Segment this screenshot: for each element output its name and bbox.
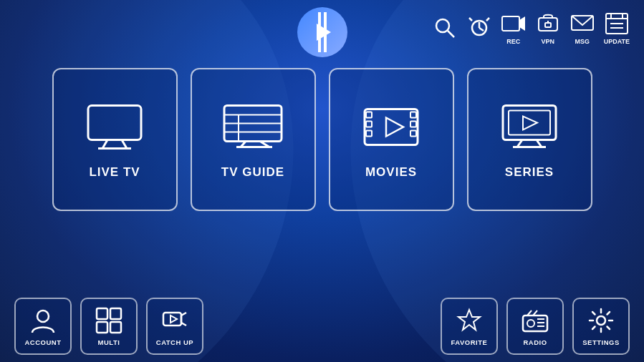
rec-label: REC — [506, 38, 520, 45]
svg-rect-9 — [539, 18, 557, 31]
live-tv-card[interactable]: LIVE TV — [52, 68, 178, 211]
bottom-left-nav: ACCOUNT MULTI CATCH UP — [14, 298, 203, 355]
bottom-right-nav: FAVORITE RADIO SETTINGS — [441, 298, 630, 355]
tv-guide-card[interactable]: TV GUIDE — [191, 68, 316, 211]
svg-rect-19 — [88, 105, 141, 140]
radio-button[interactable]: RADIO — [506, 298, 564, 355]
svg-rect-46 — [97, 308, 107, 319]
account-label: ACCOUNT — [25, 338, 62, 346]
svg-line-1 — [448, 31, 454, 37]
live-tv-label: LIVE TV — [89, 165, 140, 180]
movies-label: MOVIES — [365, 165, 417, 180]
svg-marker-41 — [523, 116, 537, 129]
main-nav-grid: LIVE TV TV GUIDE MO — [52, 68, 592, 211]
svg-line-6 — [486, 18, 489, 21]
svg-rect-33 — [366, 121, 372, 127]
svg-rect-47 — [110, 308, 121, 319]
svg-marker-8 — [519, 16, 525, 31]
svg-rect-7 — [502, 16, 519, 31]
radio-label: RADIO — [523, 338, 547, 346]
svg-rect-50 — [163, 313, 181, 326]
tv-guide-label: TV GUIDE — [221, 165, 284, 180]
settings-button[interactable]: SETTINGS — [572, 298, 630, 355]
msg-label: MSG — [575, 38, 590, 45]
svg-line-4 — [479, 28, 484, 31]
settings-label: SETTINGS — [582, 338, 620, 346]
multi-button[interactable]: MULTI — [80, 298, 138, 355]
svg-line-20 — [102, 140, 107, 148]
svg-point-57 — [527, 320, 534, 327]
svg-rect-34 — [366, 130, 372, 136]
vpn-label: VPN — [541, 38, 554, 45]
vpn-button[interactable]: VPN — [535, 11, 561, 45]
svg-point-0 — [436, 19, 449, 32]
favorite-button[interactable]: FAVORITE — [441, 298, 498, 355]
msg-button[interactable]: MSG — [569, 11, 595, 45]
series-label: SERIES — [505, 165, 554, 180]
svg-line-52 — [181, 313, 186, 315]
svg-point-63 — [597, 316, 605, 325]
svg-line-21 — [122, 140, 127, 148]
top-toolbar: REC VPN MSG UPDATE — [432, 11, 630, 45]
svg-rect-36 — [410, 121, 416, 127]
update-label: UPDATE — [604, 38, 630, 45]
svg-rect-32 — [366, 112, 372, 117]
catchup-button[interactable]: CATCH UP — [146, 298, 203, 355]
svg-rect-48 — [97, 322, 107, 333]
account-button[interactable]: ACCOUNT — [14, 298, 72, 355]
alarm-button[interactable] — [466, 15, 492, 41]
svg-marker-51 — [170, 315, 177, 323]
svg-line-53 — [181, 323, 186, 326]
update-button[interactable]: UPDATE — [604, 11, 630, 45]
svg-rect-49 — [110, 322, 121, 333]
rec-button[interactable]: REC — [501, 11, 527, 45]
svg-point-45 — [37, 310, 49, 322]
movies-card[interactable]: MOVIES — [329, 68, 454, 211]
multi-label: MULTI — [98, 338, 120, 346]
svg-rect-37 — [410, 130, 416, 136]
svg-marker-38 — [386, 117, 403, 136]
app-logo — [297, 7, 347, 57]
series-card[interactable]: SERIES — [467, 68, 592, 211]
svg-line-5 — [469, 18, 472, 21]
svg-rect-31 — [365, 109, 418, 145]
svg-marker-55 — [458, 310, 480, 330]
svg-rect-35 — [410, 112, 416, 117]
logo-play-icon — [317, 24, 331, 41]
svg-rect-40 — [509, 110, 550, 134]
catchup-label: CATCH UP — [156, 338, 193, 346]
search-button[interactable] — [432, 15, 458, 41]
favorite-label: FAVORITE — [451, 338, 488, 346]
svg-rect-10 — [545, 23, 551, 27]
bottom-bar: ACCOUNT MULTI CATCH UP — [0, 290, 644, 362]
